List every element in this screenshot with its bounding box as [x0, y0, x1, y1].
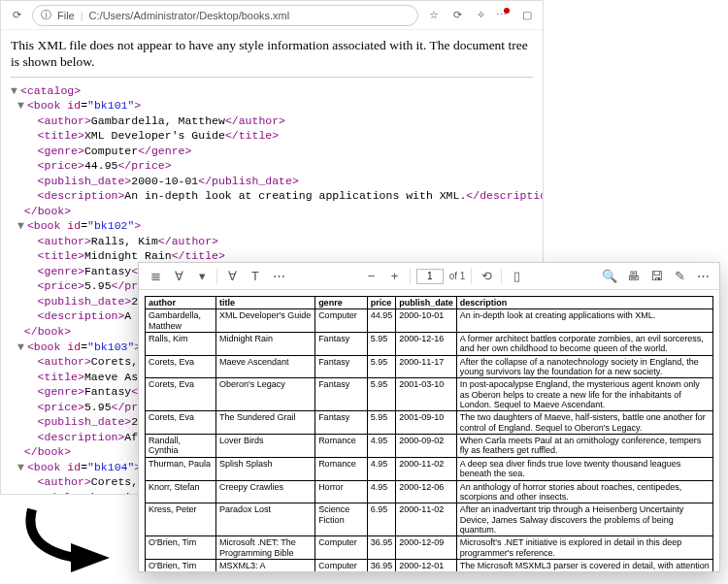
more-icon[interactable]: ⋯ — [494, 6, 513, 25]
rotate-icon[interactable]: ⟲ — [478, 268, 495, 285]
table-row: Thurman, PaulaSplish SplashRomance4.9520… — [146, 457, 713, 480]
table-row: Randall, CynthiaLover BirdsRomance4.9520… — [146, 435, 713, 458]
col-publish_date: publish_date — [396, 297, 457, 309]
star-icon[interactable]: ☆ — [424, 6, 444, 25]
viewer-more-icon[interactable]: ⋯ — [694, 268, 711, 285]
col-genre: genre — [315, 297, 368, 309]
url-field[interactable]: ⓘ File | C:/Users/Administrator/Desktop/… — [32, 5, 418, 26]
text-icon[interactable]: T — [247, 268, 264, 285]
table-viewer-window: ≣ ∀ ▾ ∀ T ⋯ − + of 1 ⟲ ▯ 🔍 🖶 🖫 ✎ ⋯ — [138, 262, 720, 572]
col-description: description — [456, 297, 712, 309]
books-table: authortitlegenrepricepublish_datedescrip… — [145, 296, 713, 571]
page-input[interactable] — [416, 269, 444, 284]
viewer-body: authortitlegenrepricepublish_datedescrip… — [139, 290, 719, 571]
arrow-icon — [17, 504, 134, 572]
table-row: Gambardella, MatthewXML Developer's Guid… — [146, 309, 713, 333]
panel-icon[interactable]: ▢ — [517, 6, 537, 25]
col-price: price — [367, 297, 396, 309]
page-of-label: of 1 — [449, 271, 466, 281]
col-author: author — [146, 297, 216, 309]
table-header-row: authortitlegenrepricepublish_datedescrip… — [146, 297, 713, 309]
url-kind: File — [57, 10, 75, 21]
table-row: Ralls, KimMidnight RainFantasy5.952000-1… — [146, 333, 713, 356]
zoom-out-icon[interactable]: − — [363, 268, 381, 285]
pen-icon[interactable]: ✎ — [671, 268, 688, 285]
info-icon: ⓘ — [41, 8, 51, 22]
table-row: O'Brien, TimMSXML3: A Comprehensive Guid… — [146, 559, 713, 571]
sync-icon[interactable]: ⟳ — [447, 6, 467, 25]
print-icon[interactable]: 🖶 — [624, 268, 642, 285]
refresh-icon[interactable]: ⟳ — [7, 6, 26, 25]
menu-icon[interactable]: ≣ — [147, 268, 164, 285]
table-row: Knorr, StefanCreepy CrawliesHorror4.9520… — [146, 480, 713, 503]
viewer-toolbar: ≣ ∀ ▾ ∀ T ⋯ − + of 1 ⟲ ▯ 🔍 🖶 🖫 ✎ ⋯ — [139, 263, 719, 290]
table-body: Gambardella, MatthewXML Developer's Guid… — [146, 309, 713, 571]
url-path: C:/Users/Administrator/Desktop/books.xml — [89, 10, 290, 21]
table-row: Corets, EvaMaeve AscendantFantasy5.95200… — [146, 355, 713, 378]
save-icon[interactable]: 🖫 — [647, 268, 665, 285]
more-options-icon[interactable]: ⋯ — [270, 268, 287, 285]
table-row: Kress, PeterParadox LostScience Fiction6… — [146, 503, 713, 536]
page-view-icon[interactable]: ▯ — [508, 268, 525, 285]
select-icon[interactable]: ∀ — [223, 268, 241, 285]
table-row: O'Brien, TimMicrosoft .NET: The Programm… — [146, 536, 713, 560]
zoom-in-icon[interactable]: + — [386, 268, 404, 285]
table-row: Corets, EvaThe Sundered GrailFantasy5.95… — [146, 411, 713, 435]
address-bar: ⟳ ⓘ File | C:/Users/Administrator/Deskto… — [1, 1, 543, 30]
table-row: Corets, EvaOberon's LegacyFantasy5.95200… — [146, 378, 713, 411]
search-icon[interactable]: 🔍 — [601, 268, 618, 285]
chevron-down-icon[interactable]: ▾ — [193, 268, 211, 285]
favorites-icon[interactable]: ✧ — [471, 6, 490, 25]
filter-icon[interactable]: ∀ — [170, 268, 187, 285]
col-title: title — [215, 297, 314, 309]
xml-notice: This XML file does not appear to have an… — [11, 38, 533, 71]
